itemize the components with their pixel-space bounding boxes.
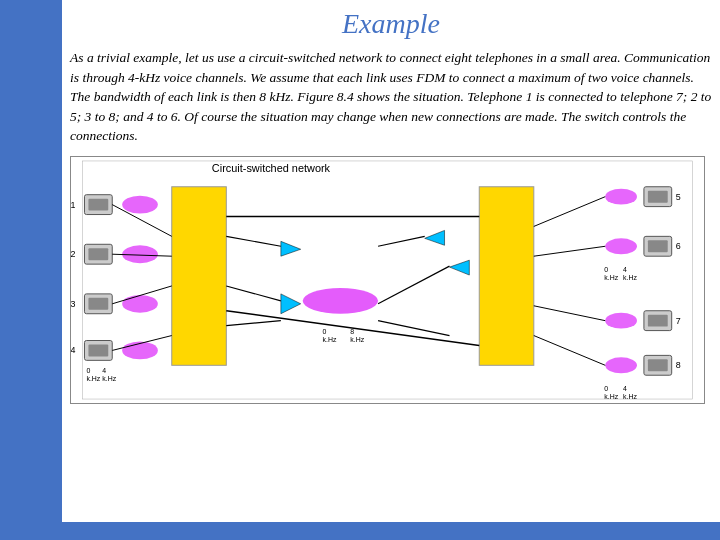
diagram-svg: Circuit-switched network 1 2 3 bbox=[71, 157, 704, 403]
svg-rect-44 bbox=[648, 191, 668, 203]
svg-text:0: 0 bbox=[86, 367, 90, 374]
svg-line-60 bbox=[534, 246, 605, 256]
svg-text:6: 6 bbox=[676, 241, 681, 251]
svg-text:k.Hz: k.Hz bbox=[623, 393, 637, 400]
svg-point-57 bbox=[605, 313, 637, 329]
svg-text:4: 4 bbox=[102, 367, 106, 374]
bottom-accent-bar bbox=[0, 522, 720, 540]
svg-text:3: 3 bbox=[71, 299, 76, 309]
svg-marker-31 bbox=[281, 294, 301, 314]
svg-marker-30 bbox=[281, 241, 301, 256]
svg-rect-50 bbox=[648, 315, 668, 327]
svg-line-28 bbox=[226, 286, 281, 301]
svg-rect-42 bbox=[479, 187, 534, 366]
svg-text:4: 4 bbox=[71, 345, 76, 355]
left-accent-bar bbox=[0, 0, 62, 540]
svg-text:2: 2 bbox=[71, 249, 76, 259]
svg-text:k.Hz: k.Hz bbox=[604, 274, 618, 281]
svg-point-32 bbox=[303, 288, 378, 314]
svg-line-37 bbox=[378, 236, 425, 246]
circuit-diagram: Circuit-switched network 1 2 3 bbox=[70, 156, 705, 404]
svg-point-55 bbox=[605, 189, 637, 205]
svg-point-14 bbox=[122, 195, 158, 213]
svg-text:0: 0 bbox=[604, 385, 608, 392]
svg-text:Circuit-switched network: Circuit-switched network bbox=[212, 162, 331, 174]
svg-text:5: 5 bbox=[676, 191, 681, 201]
svg-text:0: 0 bbox=[604, 266, 608, 273]
svg-line-62 bbox=[534, 335, 605, 365]
body-paragraph: As a trivial example, let us use a circu… bbox=[70, 48, 712, 146]
page-title: Example bbox=[70, 8, 712, 40]
svg-point-16 bbox=[122, 295, 158, 313]
svg-text:8: 8 bbox=[676, 360, 681, 370]
svg-text:k.Hz: k.Hz bbox=[604, 393, 618, 400]
svg-text:4: 4 bbox=[623, 266, 627, 273]
svg-text:k.Hz: k.Hz bbox=[323, 335, 337, 342]
svg-line-38 bbox=[378, 266, 449, 304]
svg-point-17 bbox=[122, 341, 158, 359]
svg-rect-12 bbox=[88, 344, 108, 356]
svg-text:k.Hz: k.Hz bbox=[623, 274, 637, 281]
svg-text:k.Hz: k.Hz bbox=[86, 375, 100, 382]
svg-marker-40 bbox=[425, 230, 445, 245]
svg-text:0: 0 bbox=[323, 327, 327, 334]
svg-rect-3 bbox=[88, 198, 108, 210]
svg-point-58 bbox=[605, 357, 637, 373]
svg-line-61 bbox=[534, 306, 605, 321]
svg-point-15 bbox=[122, 245, 158, 263]
svg-text:4: 4 bbox=[623, 385, 627, 392]
svg-rect-9 bbox=[88, 298, 108, 310]
svg-text:k.Hz: k.Hz bbox=[102, 375, 116, 382]
main-content: Example As a trivial example, let us use… bbox=[70, 8, 712, 518]
svg-rect-53 bbox=[648, 359, 668, 371]
svg-marker-41 bbox=[449, 260, 469, 275]
svg-rect-6 bbox=[88, 248, 108, 260]
svg-text:1: 1 bbox=[71, 199, 76, 209]
svg-text:7: 7 bbox=[676, 315, 681, 325]
svg-line-59 bbox=[534, 196, 605, 226]
svg-line-29 bbox=[226, 320, 281, 325]
svg-point-56 bbox=[605, 238, 637, 254]
svg-rect-47 bbox=[648, 240, 668, 252]
svg-rect-22 bbox=[172, 187, 227, 366]
svg-line-27 bbox=[226, 236, 281, 246]
svg-text:k.Hz: k.Hz bbox=[350, 335, 364, 342]
